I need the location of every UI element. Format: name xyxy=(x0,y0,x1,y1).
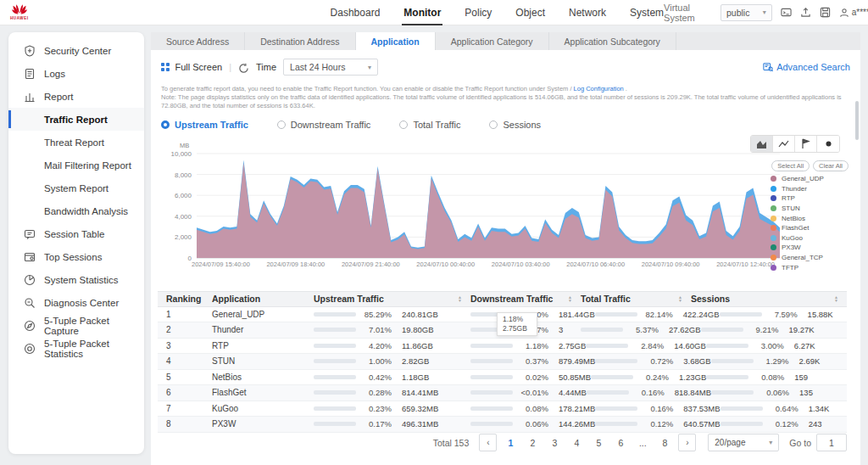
compass-icon xyxy=(24,320,36,332)
nav-item-system[interactable]: System xyxy=(630,0,664,25)
radio-sessions[interactable]: Sessions xyxy=(489,120,541,130)
legend-item-tftp[interactable]: TFTP xyxy=(771,262,849,272)
bar-track xyxy=(314,375,356,379)
page-number-8[interactable]: 8 xyxy=(656,434,673,451)
sort-icon[interactable]: ▲▼ xyxy=(834,295,838,302)
legend-label: RTP xyxy=(782,194,795,202)
user-account[interactable]: a****** xyxy=(839,8,868,18)
page-number-2[interactable]: 2 xyxy=(524,434,541,451)
legend-item-netbios[interactable]: NetBios xyxy=(771,213,849,223)
clear-all-button[interactable]: Clear All xyxy=(813,160,849,171)
dot-button[interactable] xyxy=(817,136,839,152)
page-number-1[interactable]: 1 xyxy=(502,434,519,451)
legend-item-px3w[interactable]: PX3W xyxy=(771,243,849,253)
sidebar-item-bandwidth-analysis[interactable]: Bandwidth Analysis xyxy=(8,199,144,222)
metric-value: 178.21MB xyxy=(559,404,595,413)
bar-track xyxy=(314,359,356,363)
nav-item-dashboard[interactable]: Dashboard xyxy=(331,0,381,25)
metric-value: 14.60GB xyxy=(674,341,706,350)
tab-application[interactable]: Application xyxy=(356,32,436,50)
virtual-system-select[interactable]: public ▾ xyxy=(721,4,772,21)
sidebar-item-5-tuple-packet-capture[interactable]: 5-Tuple Packet Capture xyxy=(8,314,144,337)
table-row[interactable]: 4STUN1.00%2.82GB0.37%879.49MB0.72%3.68GB… xyxy=(158,354,847,370)
metric-value: 11.86GB xyxy=(402,341,433,350)
cli-console-icon[interactable] xyxy=(781,6,792,20)
table-row[interactable]: 3RTP4.20%11.86GB1.18%2.75GB2.84%14.60GB3… xyxy=(158,339,847,355)
page-number-ellipsis[interactable]: ... xyxy=(634,434,651,451)
sidebar-item-traffic-report[interactable]: Traffic Report xyxy=(8,108,144,131)
metric-percent: 0.23% xyxy=(356,404,392,413)
sidebar-item-session-table[interactable]: Session Table xyxy=(8,222,144,245)
bar-track xyxy=(706,375,748,379)
sidebar-item-threat-report[interactable]: Threat Report xyxy=(8,131,144,154)
goto-page-input[interactable]: 1 xyxy=(816,434,847,451)
bar-track xyxy=(470,344,513,348)
page-number-3[interactable]: 3 xyxy=(546,434,563,451)
refresh-icon[interactable] xyxy=(238,62,249,73)
table-row[interactable]: 6FlashGet0.28%814.41MB<0.01%4.44MB0.16%8… xyxy=(158,385,847,401)
page-number-5[interactable]: 5 xyxy=(590,434,607,451)
sort-icon[interactable]: ▲▼ xyxy=(458,295,462,302)
huawei-logo: HUAWEI xyxy=(10,4,29,20)
radio-total-traffic[interactable]: Total Traffic xyxy=(399,120,460,130)
next-page-button[interactable]: › xyxy=(678,434,696,451)
nav-item-policy[interactable]: Policy xyxy=(465,0,492,25)
page-number-6[interactable]: 6 xyxy=(612,434,629,451)
legend-item-thunder[interactable]: Thunder xyxy=(771,184,849,194)
upload-icon[interactable] xyxy=(800,6,811,20)
sort-icon[interactable]: ▲▼ xyxy=(678,295,682,302)
x-tick-label: 2024/07/09 18:40:00 xyxy=(266,261,325,268)
tab-application-subcategory[interactable]: Application Subcategory xyxy=(549,32,676,50)
log-configuration-link[interactable]: Log Configuration xyxy=(574,85,624,92)
legend-item-kugoo[interactable]: KuGoo xyxy=(771,233,849,244)
nav-item-object[interactable]: Object xyxy=(515,0,545,25)
sidebar-item-report[interactable]: Report xyxy=(8,85,144,108)
save-icon[interactable] xyxy=(820,6,831,20)
table-row[interactable]: 8PX3W0.17%496.31MB0.06%144.26MB0.12%640.… xyxy=(158,417,847,433)
shield-plus-icon xyxy=(24,45,36,57)
metric-value: 1.34K xyxy=(809,404,830,413)
advanced-search-button[interactable]: Advanced Search xyxy=(763,62,850,72)
flag-button[interactable] xyxy=(795,136,817,152)
legend-item-stun[interactable]: STUN xyxy=(771,204,849,214)
tab-application-category[interactable]: Application Category xyxy=(436,32,549,50)
sidebar-item-5-tuple-packet-statistics[interactable]: 5-Tuple Packet Statistics xyxy=(8,337,144,360)
metric-cell: 1.29%2.69K xyxy=(711,356,847,366)
prev-page-button[interactable]: ‹ xyxy=(479,434,497,451)
sidebar-item-system-report[interactable]: System Report xyxy=(8,176,144,199)
rank-cell: 7 xyxy=(158,404,212,413)
legend-item-general_udp[interactable]: General_UDP xyxy=(771,174,849,184)
metric-value: 422.24GB xyxy=(683,310,720,319)
table-row[interactable]: 5NetBios0.42%1.18GB0.02%50.85MB0.24%1.23… xyxy=(158,370,847,386)
legend-dot-icon xyxy=(771,244,776,250)
bar-chart-icon xyxy=(24,91,36,103)
legend-item-flashget[interactable]: FlashGet xyxy=(771,223,849,233)
legend-label: Thunder xyxy=(782,185,807,193)
legend-label: FlashGet xyxy=(782,224,809,232)
nav-item-monitor[interactable]: Monitor xyxy=(403,0,441,25)
table-row[interactable]: 7KuGoo0.23%659.32MB0.08%178.21MB0.16%837… xyxy=(158,401,847,417)
radio-downstream-traffic[interactable]: Downstream Traffic xyxy=(277,120,371,130)
time-range-select[interactable]: Last 24 Hours ▾ xyxy=(283,59,378,76)
metric-value: 15.88K xyxy=(808,310,833,319)
page-number-4[interactable]: 4 xyxy=(568,434,585,451)
scrollbar-thumb[interactable] xyxy=(855,101,859,140)
tab-destination-address[interactable]: Destination Address xyxy=(245,32,355,50)
legend-item-rtp[interactable]: RTP xyxy=(771,193,849,204)
radio-upstream-traffic[interactable]: Upstream Traffic xyxy=(161,120,248,130)
sort-icon[interactable]: ▲▼ xyxy=(568,295,572,302)
column-header-label: Downstream Traffic xyxy=(470,294,553,304)
nav-item-network[interactable]: Network xyxy=(569,0,606,25)
radio-label: Sessions xyxy=(503,120,541,130)
legend-item-general_tcp[interactable]: General_TCP xyxy=(771,253,849,263)
sidebar-item-system-statistics[interactable]: System Statistics xyxy=(8,268,144,291)
legend-label: General_UDP xyxy=(782,175,824,182)
sidebar-item-mail-filtering-report[interactable]: Mail Filtering Report xyxy=(8,154,144,176)
sidebar-item-diagnosis-center[interactable]: Diagnosis Center xyxy=(8,291,144,314)
tab-source-address[interactable]: Source Address xyxy=(151,32,245,50)
sidebar-item-top-sessions[interactable]: Top Sessions xyxy=(8,245,144,268)
full-screen-button[interactable]: Full Screen xyxy=(161,62,222,72)
page-size-select[interactable]: 20/page▾ xyxy=(708,434,779,451)
sidebar-item-security-center[interactable]: Security Center xyxy=(8,39,144,62)
sidebar-item-logs[interactable]: Logs xyxy=(8,62,144,85)
